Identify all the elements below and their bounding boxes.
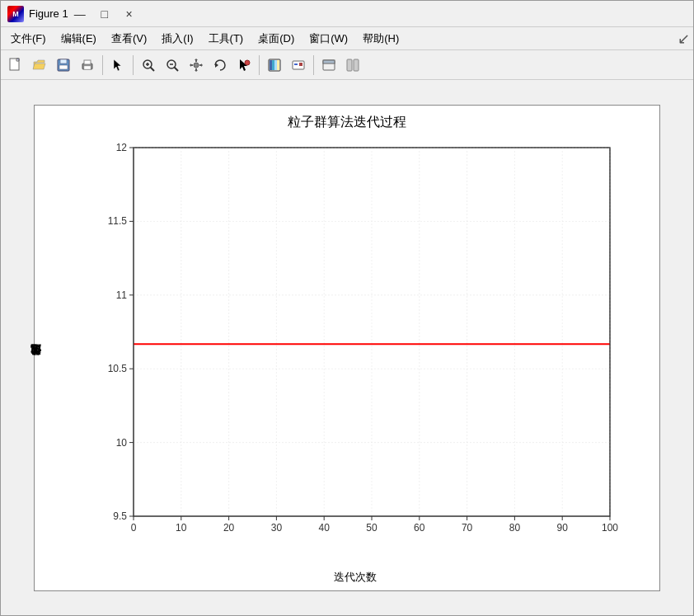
svg-text:11.5: 11.5: [108, 215, 128, 227]
svg-rect-32: [354, 59, 359, 71]
svg-text:0: 0: [131, 522, 137, 534]
svg-text:100: 100: [602, 522, 618, 534]
svg-text:70: 70: [462, 522, 473, 534]
svg-rect-4: [60, 59, 67, 63]
select-tool-button[interactable]: [106, 54, 129, 77]
svg-marker-9: [114, 59, 121, 71]
data-cursor-button[interactable]: [232, 54, 256, 77]
svg-text:20: 20: [223, 522, 235, 534]
svg-point-17: [194, 63, 199, 68]
svg-text:80: 80: [509, 522, 521, 534]
toolbar-separator-3: [259, 55, 260, 75]
figure-content: 粒子群算法迭代过程 迭代最优适应函数值 迭代次数 010203040506070…: [1, 80, 693, 615]
menu-window[interactable]: 窗口(W): [302, 30, 354, 48]
zoom-out-button[interactable]: [161, 54, 184, 77]
svg-text:10.5: 10.5: [108, 363, 128, 374]
plot-area[interactable]: 迭代最优适应函数值 迭代次数 01020304050607080901009.5…: [35, 135, 659, 593]
svg-rect-23: [272, 60, 274, 70]
svg-text:10: 10: [176, 522, 187, 534]
menu-tools[interactable]: 工具(T): [202, 30, 251, 48]
main-window: M Figure 1 — □ × 文件(F) 编辑(E) 查看(V) 插入(I)…: [0, 0, 694, 616]
plot-tools-button[interactable]: [317, 54, 340, 77]
svg-rect-28: [299, 63, 302, 66]
svg-text:10: 10: [116, 436, 128, 448]
toolbar: [1, 50, 693, 80]
app-icon: M: [7, 6, 24, 22]
menu-insert[interactable]: 插入(I): [155, 30, 199, 48]
svg-text:40: 40: [319, 522, 331, 534]
toolbar-separator-4: [313, 55, 314, 75]
svg-text:11: 11: [116, 289, 128, 300]
svg-text:90: 90: [557, 522, 569, 534]
svg-rect-30: [323, 60, 335, 63]
svg-rect-7: [84, 60, 91, 64]
close-button[interactable]: ×: [118, 5, 141, 23]
svg-rect-33: [134, 148, 610, 516]
figure-plot-container: 粒子群算法迭代过程 迭代最优适应函数值 迭代次数 010203040506070…: [34, 105, 660, 591]
svg-rect-24: [274, 60, 277, 70]
svg-text:50: 50: [366, 522, 377, 534]
save-file-button[interactable]: [52, 54, 75, 77]
legend-button[interactable]: [287, 54, 310, 77]
title-bar: M Figure 1 — □ ×: [1, 1, 693, 27]
window-title: Figure 1: [29, 7, 68, 20]
svg-rect-5: [59, 65, 68, 69]
menu-desktop[interactable]: 桌面(D): [251, 30, 301, 48]
menu-file[interactable]: 文件(F): [4, 30, 53, 48]
menu-help[interactable]: 帮助(H): [356, 30, 406, 48]
print-button[interactable]: [76, 54, 99, 77]
svg-line-11: [151, 67, 155, 71]
svg-rect-22: [270, 60, 272, 70]
svg-text:12: 12: [116, 142, 128, 153]
pan-button[interactable]: [185, 54, 208, 77]
plot-title: 粒子群算法迭代过程: [35, 106, 659, 135]
svg-rect-31: [347, 59, 352, 71]
menu-edit[interactable]: 编辑(E): [54, 30, 103, 48]
toolbar-separator-2: [133, 55, 134, 75]
svg-rect-0: [10, 59, 19, 70]
menu-arrow-icon: ↙: [678, 30, 690, 48]
new-file-button[interactable]: [4, 54, 27, 77]
svg-rect-8: [84, 66, 91, 69]
x-axis-label: 迭代次数: [334, 570, 377, 585]
menu-bar: 文件(F) 编辑(E) 查看(V) 插入(I) 工具(T) 桌面(D) 窗口(W…: [1, 27, 693, 50]
svg-text:30: 30: [271, 522, 283, 534]
svg-text:60: 60: [414, 522, 425, 534]
window-controls: — □ ×: [68, 5, 141, 23]
rotate-button[interactable]: [209, 54, 232, 77]
property-editor-button[interactable]: [341, 54, 364, 77]
minimize-button[interactable]: —: [68, 5, 91, 23]
svg-line-15: [175, 67, 179, 71]
zoom-in-button[interactable]: [137, 54, 160, 77]
colorbar-button[interactable]: [263, 54, 286, 77]
svg-marker-18: [215, 63, 218, 68]
menu-view[interactable]: 查看(V): [105, 30, 153, 48]
svg-text:9.5: 9.5: [113, 510, 127, 522]
open-file-button[interactable]: [28, 54, 51, 77]
toolbar-separator-1: [102, 55, 103, 75]
svg-point-20: [245, 60, 250, 65]
maximize-button[interactable]: □: [93, 5, 116, 23]
svg-rect-25: [277, 60, 279, 70]
